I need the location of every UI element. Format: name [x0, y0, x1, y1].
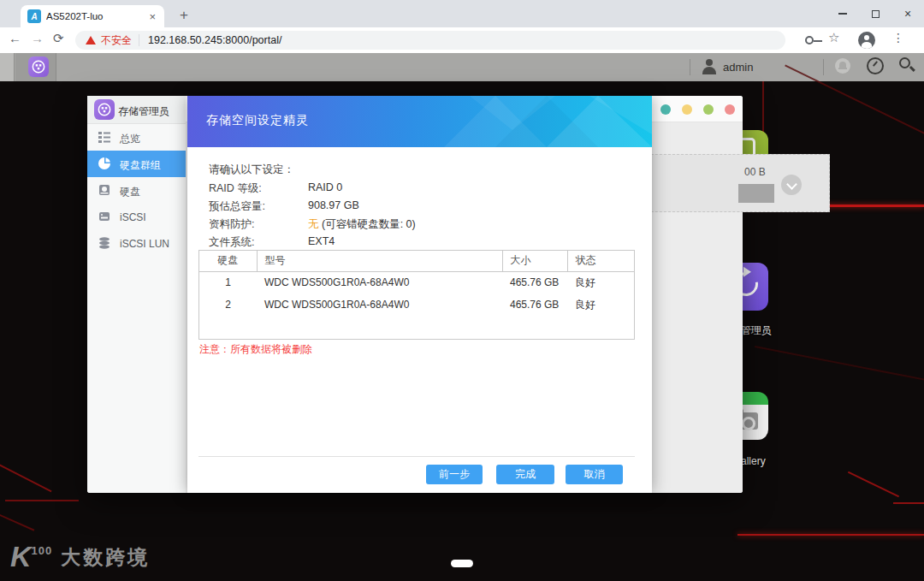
taskbar-divider	[690, 59, 690, 75]
reload-button[interactable]: ⟳	[53, 31, 64, 46]
storage-manager-window: 存储管理员 总览 硬盘群组 硬盘	[87, 96, 743, 493]
sidebar-item-label: iSCSI LUN	[120, 238, 169, 250]
col-size: 大小	[502, 251, 567, 271]
setting-value: EXT4	[308, 235, 335, 247]
maximize-button[interactable]	[859, 0, 891, 27]
storage-manager-app-icon	[94, 99, 115, 120]
data-deletion-warning: 注意：所有数据将被删除	[199, 342, 312, 357]
sidebar-item-label: iSCSI	[120, 211, 146, 223]
watermark-k: K	[10, 543, 32, 569]
cell-disk: 2	[199, 293, 257, 316]
user-icon[interactable]	[702, 59, 717, 74]
finish-button[interactable]: 完成	[496, 465, 554, 484]
protection-detail: (可容错硬盘数量: 0)	[322, 218, 416, 230]
previous-button[interactable]: 前一步	[426, 465, 483, 484]
sidebar-item-disk[interactable]: 硬盘	[87, 177, 186, 204]
circuit-line	[893, 502, 924, 504]
cell-model: WDC WDS500G1R0A-68A4W0	[257, 293, 502, 316]
cell-size: 465.76 GB	[502, 271, 567, 293]
minimize-button[interactable]	[826, 0, 859, 27]
browser-tab[interactable]: A AS5202T-luo ×	[21, 5, 164, 27]
taskbar-divider-2	[823, 59, 824, 75]
sidebar-item-label: 硬盘	[120, 185, 140, 199]
forward-button[interactable]: →	[31, 31, 44, 45]
screen: A AS5202T-luo × + × ← → ⟳ 不安全 192.168.50…	[0, 0, 924, 581]
url-bar[interactable]: 不安全 192.168.50.245:8000/portal/	[75, 31, 785, 50]
browser-menu-icon[interactable]: ⋮	[892, 31, 904, 44]
security-warning-icon	[86, 36, 96, 44]
app-title: 存储管理员	[118, 104, 169, 119]
bookmark-star-icon[interactable]: ☆	[828, 30, 839, 45]
circuit-line	[755, 346, 924, 387]
minimize-icon	[838, 13, 847, 15]
back-button[interactable]: ←	[9, 31, 21, 45]
sidebar-item-iscsi[interactable]: iSCSI	[87, 204, 186, 230]
circuit-line	[737, 534, 924, 536]
setting-value: 无 (可容错硬盘数量: 0)	[308, 217, 416, 232]
setting-raid-level: RAID 等级: RAID 0	[209, 181, 262, 196]
sidebar-item-disk-group[interactable]: 硬盘群组	[87, 151, 186, 177]
circuit-line	[5, 500, 79, 501]
setting-label: 文件系统:	[209, 236, 254, 248]
asustor-favicon-icon: A	[27, 9, 41, 23]
size-text: 00 B	[744, 166, 766, 178]
sidebar-item-label: 总览	[120, 132, 140, 146]
window-dot-teal[interactable]	[660, 104, 671, 115]
storage-manager-taskbar-icon[interactable]	[28, 56, 49, 77]
cell-status: 良好	[567, 271, 634, 293]
dock-handle[interactable]	[451, 560, 473, 567]
desktop-icon-label: 管理员	[741, 323, 772, 338]
window-dot-red[interactable]	[725, 104, 735, 115]
col-status: 状态	[567, 251, 634, 271]
hard-disk-icon	[98, 183, 111, 197]
iscsi-lun-stack-icon	[98, 236, 111, 250]
taskbar-app-segment[interactable]	[15, 53, 56, 81]
table-header-row: 硬盘 型号 大小 状态	[199, 251, 634, 271]
disk-table-container: 硬盘 型号 大小 状态 1 WDC WDS500G1R0A-68A4W0 465…	[198, 250, 635, 340]
disk-group-pie-icon	[98, 157, 111, 170]
cancel-button[interactable]: 取消	[566, 465, 623, 484]
iscsi-drive-icon	[98, 210, 111, 223]
system-monitor-gauge-icon[interactable]	[867, 57, 884, 74]
security-warning-label[interactable]: 不安全	[101, 33, 132, 48]
notifications-bell-icon[interactable]	[835, 58, 850, 74]
chevron-down-icon[interactable]	[781, 175, 802, 195]
setting-label: 资料防护:	[209, 218, 254, 230]
setting-value: RAID 0	[308, 181, 342, 193]
taskbar-left-segment	[0, 53, 15, 81]
setting-value: 908.97 GB	[308, 199, 359, 211]
watermark-100: 100	[32, 544, 53, 557]
tab-title: AS5202T-luo	[46, 11, 147, 21]
confirm-prompt: 请确认以下设定：	[209, 163, 294, 177]
profile-avatar-icon[interactable]	[858, 32, 875, 49]
circuit-line	[0, 513, 34, 531]
circuit-line	[848, 471, 899, 498]
sidebar-item-label: 硬盘群组	[120, 158, 161, 173]
sidebar-item-overview[interactable]: 总览	[87, 124, 186, 151]
dialog-header: 存储空间设定精灵	[187, 96, 652, 147]
dialog-title: 存储空间设定精灵	[206, 113, 309, 128]
storage-wizard-dialog: 存储空间设定精灵 请确认以下设定： RAID 等级: RAID 0 预估总容量:…	[187, 96, 652, 493]
username-label[interactable]: admin	[723, 61, 753, 74]
browser-titlebar: A AS5202T-luo × + ×	[0, 0, 924, 27]
window-dot-green[interactable]	[703, 104, 714, 115]
table-row[interactable]: 2 WDC WDS500G1R0A-68A4W0 465.76 GB 良好	[199, 293, 634, 316]
url-text[interactable]: 192.168.50.245:8000/portal/	[148, 34, 281, 46]
url-divider	[139, 34, 139, 46]
table-row[interactable]: 1 WDC WDS500G1R0A-68A4W0 465.76 GB 良好	[199, 271, 634, 293]
new-tab-button[interactable]: +	[173, 4, 195, 27]
col-model: 型号	[257, 251, 502, 271]
setting-capacity: 预估总容量: 908.97 GB	[209, 199, 265, 214]
setting-protection: 资料防护: 无 (可容错硬盘数量: 0)	[209, 217, 254, 232]
search-icon[interactable]	[899, 57, 910, 68]
window-dot-yellow[interactable]	[682, 104, 692, 115]
cell-status: 良好	[567, 293, 634, 316]
nas-taskbar	[0, 53, 924, 81]
protection-none-highlight: 无	[308, 218, 319, 230]
sidebar-item-iscsi-lun[interactable]: iSCSI LUN	[87, 230, 186, 257]
cell-disk: 1	[199, 271, 257, 293]
close-button[interactable]: ×	[891, 0, 924, 27]
circuit-line	[0, 463, 52, 492]
tab-close-icon[interactable]: ×	[147, 10, 157, 23]
password-key-icon[interactable]	[805, 36, 814, 44]
